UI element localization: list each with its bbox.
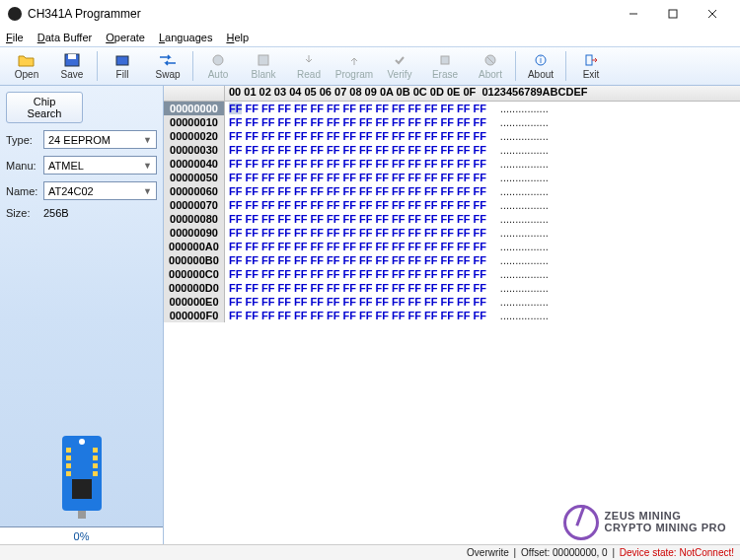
name-select[interactable]: AT24C02▼: [43, 181, 157, 200]
hex-address: 00000090: [164, 226, 225, 240]
exit-button[interactable]: Exit: [568, 48, 614, 84]
hex-address: 00000070: [164, 198, 225, 212]
read-button[interactable]: Read: [286, 48, 332, 84]
hex-body[interactable]: 00000000FF FF FF FF FF FF FF FF FF FF FF…: [164, 102, 740, 544]
hex-bytes[interactable]: FF FF FF FF FF FF FF FF FF FF FF FF FF F…: [225, 157, 486, 171]
svg-rect-25: [72, 479, 92, 499]
type-label: Type:: [6, 134, 43, 146]
hex-ascii: ................: [486, 102, 549, 115]
fill-button[interactable]: Fill: [100, 48, 145, 84]
hex-bytes[interactable]: FF FF FF FF FF FF FF FF FF FF FF FF FF F…: [225, 102, 486, 115]
blank-button[interactable]: Blank: [241, 48, 286, 84]
hex-editor[interactable]: 00 01 02 03 04 05 06 07 08 09 0A 0B 0C 0…: [164, 86, 740, 544]
hex-ascii: ................: [486, 226, 549, 240]
hex-ascii: ................: [486, 267, 549, 281]
hex-ascii: ................: [486, 198, 549, 212]
chevron-down-icon: ▼: [143, 135, 152, 145]
name-label: Name:: [6, 185, 43, 197]
status-device: Device state: NotConnect!: [620, 547, 734, 558]
hex-bytes[interactable]: FF FF FF FF FF FF FF FF FF FF FF FF FF F…: [225, 212, 486, 226]
hex-address: 000000A0: [164, 240, 225, 253]
hex-row[interactable]: 000000B0FF FF FF FF FF FF FF FF FF FF FF…: [164, 253, 740, 267]
hex-ascii: ................: [486, 129, 549, 143]
title-bar: CH341A Programmer: [0, 0, 740, 28]
type-select[interactable]: 24 EEPROM▼: [43, 130, 157, 149]
hex-ascii: ................: [486, 253, 549, 267]
window-title: CH341A Programmer: [28, 7, 614, 21]
hex-row[interactable]: 00000090FF FF FF FF FF FF FF FF FF FF FF…: [164, 226, 740, 240]
svg-rect-9: [441, 56, 449, 64]
hex-ascii: ................: [486, 309, 549, 322]
hex-row[interactable]: 000000F0FF FF FF FF FF FF FF FF FF FF FF…: [164, 309, 740, 322]
toolbar: Open Save Fill Swap Auto Blank Read Prog…: [0, 46, 740, 86]
hex-bytes[interactable]: FF FF FF FF FF FF FF FF FF FF FF FF FF F…: [225, 226, 486, 240]
hex-row[interactable]: 00000030FF FF FF FF FF FF FF FF FF FF FF…: [164, 143, 740, 157]
hex-row[interactable]: 000000E0FF FF FF FF FF FF FF FF FF FF FF…: [164, 295, 740, 309]
hex-row[interactable]: 00000020FF FF FF FF FF FF FF FF FF FF FF…: [164, 129, 740, 143]
open-folder-icon: [18, 52, 36, 68]
open-button[interactable]: Open: [4, 48, 49, 84]
menu-operate[interactable]: Operate: [106, 32, 145, 43]
svg-rect-21: [66, 463, 71, 468]
hex-row[interactable]: 00000010FF FF FF FF FF FF FF FF FF FF FF…: [164, 115, 740, 129]
hex-ascii: ................: [486, 281, 549, 295]
abort-button[interactable]: Abort: [468, 48, 513, 84]
svg-rect-22: [93, 463, 98, 468]
hex-row[interactable]: 00000000FF FF FF FF FF FF FF FF FF FF FF…: [164, 102, 740, 115]
svg-text:i: i: [540, 55, 542, 65]
hex-bytes[interactable]: FF FF FF FF FF FF FF FF FF FF FF FF FF F…: [225, 115, 486, 129]
hex-bytes[interactable]: FF FF FF FF FF FF FF FF FF FF FF FF FF F…: [225, 184, 486, 198]
manu-label: Manu:: [6, 160, 43, 172]
menu-bar: File Data Buffer Operate Languages Help: [0, 28, 740, 46]
minimize-button[interactable]: [614, 3, 653, 25]
auto-button[interactable]: Auto: [195, 48, 241, 84]
hex-bytes[interactable]: FF FF FF FF FF FF FF FF FF FF FF FF FF F…: [225, 309, 486, 322]
hex-row[interactable]: 00000080FF FF FF FF FF FF FF FF FF FF FF…: [164, 212, 740, 226]
menu-data-buffer[interactable]: Data Buffer: [37, 32, 92, 43]
blank-check-icon: [255, 52, 272, 68]
hex-bytes[interactable]: FF FF FF FF FF FF FF FF FF FF FF FF FF F…: [225, 198, 486, 212]
hex-row[interactable]: 000000D0FF FF FF FF FF FF FF FF FF FF FF…: [164, 281, 740, 295]
chip-search-button[interactable]: Chip Search: [6, 92, 83, 123]
hex-header: 00 01 02 03 04 05 06 07 08 09 0A 0B 0C 0…: [164, 86, 740, 102]
hex-bytes[interactable]: FF FF FF FF FF FF FF FF FF FF FF FF FF F…: [225, 281, 486, 295]
hex-row[interactable]: 000000A0FF FF FF FF FF FF FF FF FF FF FF…: [164, 240, 740, 253]
hex-ascii: ................: [486, 212, 549, 226]
save-button[interactable]: Save: [49, 48, 95, 84]
hex-bytes[interactable]: FF FF FF FF FF FF FF FF FF FF FF FF FF F…: [225, 171, 486, 184]
menu-help[interactable]: Help: [226, 32, 249, 43]
hex-bytes[interactable]: FF FF FF FF FF FF FF FF FF FF FF FF FF F…: [225, 129, 486, 143]
hex-row[interactable]: 00000060FF FF FF FF FF FF FF FF FF FF FF…: [164, 184, 740, 198]
hex-bytes[interactable]: FF FF FF FF FF FF FF FF FF FF FF FF FF F…: [225, 295, 486, 309]
hex-address: 00000010: [164, 115, 225, 129]
program-button[interactable]: Program: [332, 48, 377, 84]
hex-row[interactable]: 00000040FF FF FF FF FF FF FF FF FF FF FF…: [164, 157, 740, 171]
swap-arrows-icon: [159, 52, 177, 68]
hex-bytes[interactable]: FF FF FF FF FF FF FF FF FF FF FF FF FF F…: [225, 267, 486, 281]
svg-point-16: [79, 439, 85, 445]
main-area: Chip Search Type: 24 EEPROM▼ Manu: ATMEL…: [0, 86, 740, 544]
close-button[interactable]: [693, 3, 732, 25]
menu-languages[interactable]: Languages: [159, 32, 212, 43]
hex-row[interactable]: 00000070FF FF FF FF FF FF FF FF FF FF FF…: [164, 198, 740, 212]
svg-rect-14: [586, 55, 592, 65]
maximize-button[interactable]: [653, 3, 693, 25]
verify-button[interactable]: Verify: [377, 48, 422, 84]
svg-rect-18: [93, 448, 98, 453]
hex-bytes[interactable]: FF FF FF FF FF FF FF FF FF FF FF FF FF F…: [225, 143, 486, 157]
svg-rect-19: [66, 455, 71, 460]
about-button[interactable]: iAbout: [518, 48, 563, 84]
program-icon: [345, 52, 363, 68]
hex-address: 00000040: [164, 157, 225, 171]
hex-bytes[interactable]: FF FF FF FF FF FF FF FF FF FF FF FF FF F…: [225, 240, 486, 253]
hex-address: 00000000: [164, 102, 225, 115]
hex-row[interactable]: 000000C0FF FF FF FF FF FF FF FF FF FF FF…: [164, 267, 740, 281]
erase-button[interactable]: Erase: [422, 48, 468, 84]
hex-row[interactable]: 00000050FF FF FF FF FF FF FF FF FF FF FF…: [164, 171, 740, 184]
menu-file[interactable]: File: [6, 32, 24, 43]
swap-button[interactable]: Swap: [145, 48, 190, 84]
svg-rect-26: [78, 511, 86, 519]
hex-bytes[interactable]: FF FF FF FF FF FF FF FF FF FF FF FF FF F…: [225, 253, 486, 267]
gear-icon: [209, 52, 227, 68]
manu-select[interactable]: ATMEL▼: [43, 156, 157, 175]
